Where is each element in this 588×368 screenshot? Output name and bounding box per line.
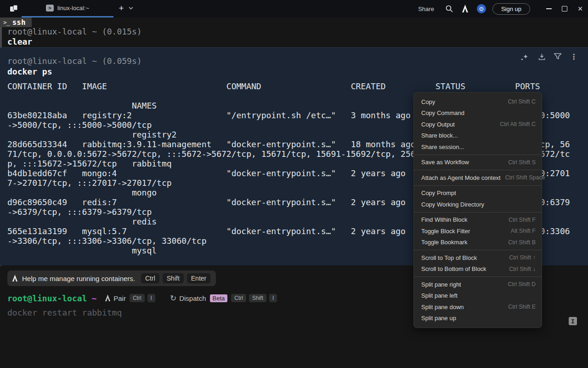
menu-item-shortcut: Ctrl Shift ↓ [509, 266, 536, 272]
command-docker-ps: docker ps [7, 67, 52, 76]
menu-item-shortcut: Ctrl Shift C [508, 98, 536, 105]
menu-item-label: Copy [421, 98, 435, 105]
menu-item-label: Scroll to Bottom of Block [421, 265, 486, 272]
window-close-button[interactable]: × [572, 0, 588, 17]
menu-item-save-as-workflow[interactable]: Save as WorkflowCtrl Shift S [414, 157, 542, 168]
window-minimize-button[interactable] [541, 0, 557, 17]
menu-item-label: Toggle Bookmark [421, 239, 467, 246]
menu-separator [414, 212, 542, 213]
menu-item-label: Copy Prompt [421, 190, 456, 196]
menu-item-label: Copy Command [421, 109, 464, 116]
menu-item-copy-working-directory[interactable]: Copy Working Directory [414, 199, 542, 210]
menu-item-find-within-block[interactable]: Find Within BlockCtrl Shift F [414, 214, 542, 226]
menu-item-shortcut: Ctrl Shift ↑ [509, 254, 536, 261]
pair-button[interactable]: Pair [113, 294, 126, 302]
menu-item-shortcut: Alt Shift F [511, 228, 536, 234]
context-menu: CopyCtrl Shift CCopy CommandCopy OutputC… [413, 92, 542, 328]
prompt-icon: >_ [3, 19, 10, 26]
menu-item-shortcut: Ctrl Shift F [509, 217, 536, 223]
block-menu-kebab-icon[interactable]: ⋮ [569, 52, 578, 61]
panes-toggle-icon[interactable] [10, 5, 18, 12]
dispatch-icon: ↻ [170, 293, 176, 303]
terminal-tab-icon: > [46, 5, 54, 12]
menu-item-split-pane-right[interactable]: Split pane rightCtrl Shift D [414, 279, 542, 290]
beta-badge: Beta [210, 294, 228, 302]
ai-suggestion-bar[interactable]: Help me manage running containers. CtrlS… [7, 270, 216, 286]
menu-item-copy-output[interactable]: Copy OutputCtrl Alt Shift C [414, 119, 542, 130]
prompt-cwd-symbol: ~ [91, 293, 96, 303]
key-badge-shift: Shift [249, 294, 266, 302]
download-icon[interactable] [537, 52, 546, 61]
menu-separator [414, 155, 542, 155]
menu-item-toggle-bookmark[interactable]: Toggle BookmarkCtrl Shift B [414, 237, 542, 248]
menu-item-copy-command[interactable]: Copy Command [414, 108, 542, 119]
command-clear: clear [7, 37, 32, 46]
search-icon[interactable] [445, 5, 453, 13]
prompt-user: root@linux-local [7, 293, 87, 303]
menu-item-shortcut: Ctrl Shift E [508, 304, 536, 310]
menu-item-attach-as-agent-mode-context[interactable]: Attach as Agent Mode contextCtrl Shift S… [414, 172, 542, 184]
warp-ai-icon[interactable] [462, 5, 469, 13]
tab-list-chevron-icon[interactable] [129, 6, 133, 10]
titlebar: > linux-local:~ + Share ⚙ Sign up × [0, 0, 588, 17]
menu-separator [414, 170, 542, 170]
tab-label: linux-local:~ [57, 5, 89, 12]
menu-item-label: Copy Working Directory [421, 201, 484, 208]
menu-item-label: Copy Output [421, 121, 455, 128]
menu-item-copy-prompt[interactable]: Copy Prompt [414, 188, 542, 199]
key-badge-i: I [269, 294, 277, 302]
menu-item-scroll-to-top-of-block[interactable]: Scroll to Top of BlockCtrl Shift ↑ [414, 252, 542, 264]
menu-item-label: Split pane right [421, 281, 461, 288]
dispatch-button[interactable]: Dispatch [179, 294, 206, 302]
command-input-suggestion[interactable]: docker restart rabbitmq [7, 308, 122, 317]
filter-icon[interactable] [553, 52, 562, 61]
menu-item-copy[interactable]: CopyCtrl Shift C [414, 96, 542, 108]
key-badge-ctrl: Ctrl [141, 273, 159, 283]
new-tab-button[interactable]: + [116, 3, 127, 14]
key-badge-shift: Shift [163, 273, 184, 283]
menu-item-share-block[interactable]: Share block... [414, 130, 542, 142]
sign-up-button[interactable]: Sign up [492, 3, 530, 15]
pair-keys: CtrlI [130, 294, 158, 302]
window-maximize-button[interactable] [557, 0, 572, 17]
menu-item-label: Share session... [421, 144, 464, 150]
key-badge-ctrl: Ctrl [231, 294, 246, 302]
menu-item-label: Attach as Agent Mode context [421, 174, 501, 181]
key-badge-ctrl: Ctrl [130, 294, 145, 302]
dispatch-keys: CtrlShiftI [231, 294, 280, 302]
menu-item-split-pane-left[interactable]: Split pane left [414, 290, 542, 302]
prompt-line-1: root@linux-local ~ (0.015s) [7, 27, 142, 36]
menu-item-toggle-block-filter[interactable]: Toggle Block FilterAlt Shift F [414, 225, 542, 237]
warp-ai-icon-small [12, 275, 18, 282]
menu-item-label: Scroll to Top of Block [421, 254, 477, 261]
menu-item-shortcut: Ctrl Shift D [508, 281, 536, 288]
block-toolbar: ✦ ✦ ⋮ [521, 52, 578, 61]
menu-item-split-pane-up[interactable]: Split pane up [414, 313, 542, 324]
maximize-icon [562, 6, 567, 12]
menu-item-label: Split pane up [421, 315, 456, 322]
menu-separator [414, 250, 542, 250]
menu-item-label: Toggle Block Filter [421, 228, 470, 235]
menu-item-label: Split pane left [421, 292, 458, 299]
input-prompt-row: root@linux-local ~ Pair CtrlI ↻ Dispatch… [7, 293, 280, 303]
menu-item-shortcut: Ctrl Shift Space [505, 174, 545, 181]
menu-item-share-session[interactable]: Share session... [414, 141, 542, 153]
tab-linux-local[interactable]: > linux-local:~ [22, 0, 113, 16]
ssh-context-badge[interactable]: >_ ssh [0, 17, 32, 27]
share-button[interactable]: Share [418, 6, 434, 12]
pair-icon [105, 294, 111, 302]
suggestion-text: Help me manage running containers. [22, 275, 135, 282]
ai-sparkle-icon[interactable]: ✦ ✦ [521, 52, 530, 61]
terminal-output-line: CONTAINER ID IMAGE COMMAND CREATED STATU… [7, 81, 570, 91]
minimize-icon [546, 8, 552, 9]
settings-gear-icon[interactable]: ⚙ [477, 4, 486, 13]
menu-item-shortcut: Ctrl Shift B [508, 239, 536, 246]
menu-item-label: Save as Workflow [421, 159, 469, 166]
key-badge-enter: Enter [187, 273, 210, 283]
menu-item-scroll-to-bottom-of-block[interactable]: Scroll to Bottom of BlockCtrl Shift ↓ [414, 264, 542, 275]
prompt-line-2: root@linux-local ~ (0.059s) [7, 56, 142, 66]
warp-terminal-window: > linux-local:~ + Share ⚙ Sign up × >_ [0, 0, 588, 368]
menu-separator [414, 276, 542, 277]
menu-item-label: Find Within Block [421, 216, 467, 223]
menu-item-split-pane-down[interactable]: Split pane downCtrl Shift E [414, 301, 542, 313]
